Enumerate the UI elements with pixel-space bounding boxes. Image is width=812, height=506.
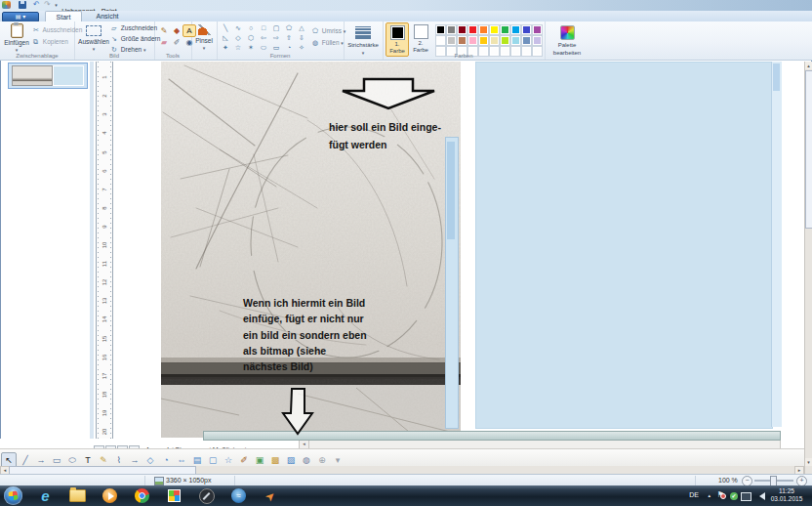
scroll-up-icon[interactable]: ▴ [805, 62, 812, 69]
tab-ansicht[interactable]: Ansicht [86, 11, 129, 21]
start-button[interactable] [4, 486, 22, 505]
crop-button[interactable]: ▱ Zuschneiden [111, 24, 157, 32]
ruler-number: 12 [102, 277, 107, 287]
palette-icon [560, 25, 575, 40]
color-swatch[interactable] [446, 24, 457, 35]
color-swatch[interactable] [521, 24, 532, 35]
quick-access-dropdown-icon[interactable]: ▾ [55, 0, 58, 10]
panel-divider [90, 62, 94, 439]
shape-button[interactable]: ◔ [283, 43, 295, 52]
edit-palette-button[interactable]: Palette bearbeiten [548, 23, 587, 57]
ruler-number: 18 [102, 390, 107, 400]
shape-button[interactable]: ∿ [232, 23, 244, 32]
color-swatch[interactable] [510, 35, 521, 46]
chrome-icon[interactable] [126, 485, 158, 506]
shape-button[interactable]: □ [258, 23, 269, 32]
openoffice-icon[interactable]: ≈ [223, 485, 255, 506]
shape-button[interactable]: ⇨ [270, 33, 282, 42]
shape-button[interactable]: ⇩ [296, 33, 307, 42]
undo-icon[interactable]: ↶ [33, 0, 40, 10]
shape-button[interactable]: ⬡ [245, 33, 257, 42]
redo-icon[interactable]: ↷ [44, 0, 51, 10]
embedded-vertical-scrollbar [771, 62, 782, 427]
title-bar: ↶ ↷ ▾ Unbenannt - Paint [0, 0, 812, 11]
volume-icon[interactable] [759, 492, 765, 500]
media-player-icon[interactable] [94, 485, 126, 506]
brush-button[interactable]: Pinsel ▾ [192, 23, 216, 52]
clock[interactable]: 11:25 03.01.2015 [767, 487, 806, 503]
color-swatch[interactable] [467, 35, 478, 46]
shape-button[interactable]: ▭ [270, 43, 282, 52]
color-swatch[interactable] [457, 24, 467, 35]
shape-button[interactable]: ⇦ [258, 33, 269, 42]
paint-vertical-scrollbar[interactable]: ▴ ▾ [804, 62, 812, 474]
shape-button[interactable]: ✶ [245, 43, 257, 52]
color-swatch[interactable] [435, 35, 446, 46]
shape-button[interactable]: ⇧ [283, 33, 295, 42]
action-center-flag-icon[interactable]: ⚑ [717, 490, 724, 499]
color-swatch[interactable] [532, 24, 543, 35]
color-swatch[interactable] [532, 35, 543, 46]
shape-button[interactable]: ☆ [232, 43, 244, 52]
color-swatch[interactable] [457, 35, 467, 46]
color-swatch[interactable] [489, 35, 500, 46]
eraser-tool-button[interactable]: ▰ [157, 36, 171, 49]
windows-explorer-icon[interactable] [61, 485, 94, 506]
shape-button[interactable]: ╲ [220, 23, 231, 32]
copy-icon: ⧉ [33, 38, 41, 46]
app-grid-icon[interactable] [158, 485, 190, 506]
color1-button[interactable]: 1. Farbe [386, 22, 409, 57]
color2-button[interactable]: 2. Farbe [410, 22, 431, 55]
color-swatch[interactable] [446, 35, 457, 46]
select-button[interactable]: Auswählen ▾ [78, 23, 109, 53]
media-record-icon[interactable] [190, 485, 223, 506]
shape-button[interactable]: ⬭ [258, 43, 269, 52]
save-icon[interactable] [19, 1, 26, 9]
language-indicator[interactable]: DE [689, 491, 699, 498]
shape-button[interactable]: ✦ [220, 43, 231, 52]
small-down-arrow [283, 389, 312, 434]
shape-button[interactable]: ◇ [232, 33, 244, 42]
shape-button[interactable]: ▢ [270, 23, 282, 32]
paste-button[interactable]: Einfügen ▾ [2, 23, 31, 54]
color-swatch[interactable] [478, 35, 489, 46]
ruler-number: 1 [102, 72, 107, 82]
color-swatch[interactable] [510, 24, 521, 35]
shape-button[interactable]: ⬠ [283, 23, 295, 32]
scroll-left-icon: ◂ [300, 441, 309, 448]
hidden-icons-chevron-icon[interactable]: ▴ [708, 492, 710, 498]
color-swatch[interactable] [489, 24, 500, 35]
vertical-ruler: 1234567891011121314151617181920 [96, 62, 113, 439]
network-icon[interactable] [741, 492, 751, 501]
crop-icon: ▱ [111, 24, 119, 32]
color-swatch[interactable] [500, 24, 510, 35]
copy-button[interactable]: ⧉ Kopieren [33, 38, 68, 46]
shape-button[interactable]: △ [296, 23, 307, 32]
fill-button[interactable]: ◍ Füllen ▾ [312, 37, 345, 49]
color-swatch[interactable] [521, 35, 532, 46]
paint-app-icon [2, 1, 11, 9]
ruler-number: 8 [102, 203, 107, 213]
scroll-down-icon[interactable]: ▾ [805, 458, 812, 466]
color-picker-tool-button[interactable]: ✐ [170, 36, 183, 49]
color-swatch[interactable] [500, 35, 510, 46]
stroke-width-button[interactable]: Strichstärke ▾ [345, 23, 381, 57]
shape-button[interactable]: ◺ [220, 33, 231, 42]
color-swatch[interactable] [478, 24, 489, 35]
shape-button[interactable]: ✧ [296, 43, 307, 52]
selection-icon [86, 25, 102, 36]
app-rocket-icon[interactable]: ➤ [255, 485, 287, 506]
update-ok-icon[interactable]: ✔ [730, 492, 738, 500]
ruler-number: 17 [102, 371, 107, 381]
paint-horizontal-scrollbar[interactable]: ◂ ▸ [0, 466, 804, 474]
resize-button[interactable]: ↘ Größe ändern [111, 35, 160, 43]
internet-explorer-icon[interactable]: e [29, 485, 61, 506]
shape-button[interactable]: ○ [245, 23, 257, 32]
group-label: Zwischenablage [0, 53, 74, 59]
color-swatch[interactable] [435, 24, 446, 35]
group-shapes: ╲∿○□▢⬠△◺◇⬡⇦⇨⇧⇩✦☆✶⬭▭◔✧ ⬠ Umriss ▾ ◍ Fülle… [217, 21, 345, 60]
group-label: Farben [383, 53, 545, 59]
vscroll-thumb[interactable] [805, 70, 812, 229]
outline-button[interactable]: ⬠ Umriss ▾ [312, 25, 345, 37]
color-swatch[interactable] [467, 24, 478, 35]
